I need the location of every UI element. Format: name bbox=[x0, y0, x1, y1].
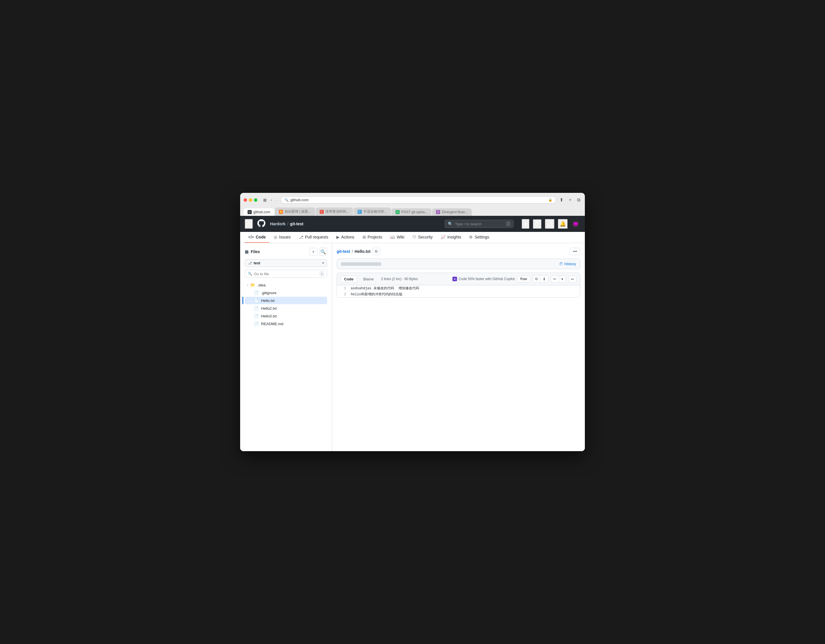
github-favicon: G bbox=[248, 210, 252, 214]
bell-btn[interactable]: 🔔 bbox=[558, 219, 568, 229]
copy-path-btn[interactable]: ⧉ bbox=[372, 248, 380, 255]
paixu-favicon: C bbox=[320, 210, 324, 214]
file-path-breadcrumb: git-test / Hello.txt ⧉ bbox=[337, 248, 380, 255]
code-meta: 2 lines (2 loc) · 90 Bytes bbox=[381, 277, 418, 281]
branch-name: test bbox=[253, 261, 321, 265]
timer-btn[interactable]: ⏱ bbox=[533, 219, 541, 229]
search-box[interactable]: 🔍 Type / to search / bbox=[445, 220, 514, 228]
search-files-btn[interactable]: 🔍 bbox=[319, 248, 327, 256]
search-kbd: / bbox=[506, 222, 510, 226]
more-options-btn[interactable]: ••• bbox=[570, 248, 580, 255]
address-text: github.com bbox=[290, 198, 547, 202]
address-bar[interactable]: 🔍 github.com 🔒 bbox=[281, 196, 556, 203]
nav-item-security[interactable]: 🛡 Security bbox=[409, 232, 436, 243]
toolbar-edit-group: ✏ ▾ bbox=[551, 276, 566, 283]
tab-post[interactable]: G POST git-uploa... bbox=[391, 208, 432, 216]
history-btn[interactable]: ⏱ History bbox=[559, 262, 576, 266]
tab-label-divergent: Divergent Bran... bbox=[442, 210, 468, 214]
code-toolbar: Code Blame 2 lines (2 loc) · 90 Bytes ✦ … bbox=[337, 273, 580, 285]
breadcrumb-separator: / bbox=[287, 222, 288, 226]
tab-github[interactable]: G github.com bbox=[244, 208, 274, 216]
nav-item-actions[interactable]: ▶ Actions bbox=[333, 232, 358, 243]
file-path-sep: / bbox=[352, 249, 353, 254]
nav-label-projects: Projects bbox=[368, 235, 382, 239]
file-name-hello3-txt: Hello3.txt bbox=[261, 314, 277, 318]
file-content-area: git-test / Hello.txt ⧉ ••• ⏱ History bbox=[332, 243, 585, 451]
nav-item-insights[interactable]: 📈 Insights bbox=[437, 232, 465, 243]
top-nav: ☰ Hardork / git-test 🔍 Type / to search … bbox=[240, 216, 585, 232]
copy-raw-btn[interactable]: ⧉ bbox=[533, 276, 540, 282]
file-item-gitignore[interactable]: 📄 .gitignore bbox=[245, 289, 327, 296]
pr-btn[interactable]: ⎇ bbox=[545, 219, 555, 229]
nav-label-wiki: Wiki bbox=[397, 235, 404, 239]
branch-selector[interactable]: ⎇ test ▾ bbox=[245, 259, 327, 267]
file-item-idea[interactable]: › 📁 .idea bbox=[245, 281, 327, 289]
hamburger-btn[interactable]: ☰ bbox=[245, 219, 253, 229]
history-label: History bbox=[564, 262, 576, 266]
edit-btn[interactable]: ✏ bbox=[551, 276, 559, 282]
sidebar-title-label: Files bbox=[251, 250, 260, 254]
new-tab-btn[interactable]: ＋ bbox=[567, 196, 574, 204]
breadcrumb-user-link[interactable]: Hardork bbox=[270, 222, 286, 226]
file-path-repo-link[interactable]: git-test bbox=[337, 249, 350, 254]
minimize-button[interactable] bbox=[249, 198, 252, 202]
plus-btn[interactable]: ⊕ bbox=[522, 219, 530, 229]
tab-divergent[interactable]: D Divergent Bran... bbox=[432, 208, 472, 216]
maximize-button[interactable] bbox=[254, 198, 257, 202]
raw-btn[interactable]: Raw bbox=[517, 276, 530, 282]
file-path-filename: Hello.txt bbox=[355, 249, 371, 254]
nav-label-actions: Actions bbox=[341, 235, 354, 239]
nav-item-issues[interactable]: ◎ Issues bbox=[270, 232, 294, 243]
nav-item-pull-requests[interactable]: ⎇ Pull requests bbox=[295, 232, 332, 243]
wiki-icon: 📖 bbox=[390, 235, 395, 239]
browser-chrome: ▦ ‹ › 🔍 github.com 🔒 ⬆ ＋ ⧉ G github.com … bbox=[240, 193, 585, 216]
copilot-badge: ✦ Code 55% faster with GitHub Copilot bbox=[453, 277, 515, 281]
folder-icon: 📁 bbox=[250, 283, 255, 287]
file-icon-hello2-txt: 📄 bbox=[254, 306, 259, 311]
file-icon-hello3-txt: 📄 bbox=[254, 314, 259, 318]
forward-btn[interactable]: › bbox=[275, 197, 278, 203]
avatar[interactable]: 😈 bbox=[571, 219, 580, 228]
tab-zhishi[interactable]: ⭐ 知识星球 | 深度... bbox=[275, 208, 315, 216]
goto-file-input[interactable] bbox=[254, 272, 318, 276]
goto-file-bar[interactable]: 🔍 t bbox=[245, 270, 327, 278]
github-logo[interactable] bbox=[257, 219, 266, 229]
goto-file-icon: 🔍 bbox=[248, 272, 252, 276]
nav-item-wiki[interactable]: 📖 Wiki bbox=[387, 232, 408, 243]
word-wrap-btn[interactable]: ⇔ bbox=[568, 276, 576, 283]
nav-item-settings[interactable]: ⚙ Settings bbox=[466, 232, 493, 243]
tab-label-budeshi: 不适合链式存... bbox=[363, 209, 387, 214]
code-tab-btn[interactable]: Code bbox=[340, 276, 357, 283]
blame-tab-btn[interactable]: Blame bbox=[360, 276, 378, 283]
nav-actions: ⊕ ⏱ ⎇ 🔔 😈 bbox=[522, 219, 580, 229]
download-btn[interactable]: ⬇ bbox=[540, 276, 548, 282]
back-btn[interactable]: ‹ bbox=[269, 197, 273, 203]
zhishi-favicon: ⭐ bbox=[279, 210, 283, 214]
new-file-btn[interactable]: ＋ bbox=[309, 248, 317, 256]
file-item-hello3-txt[interactable]: 📄 Hello3.txt bbox=[245, 312, 327, 320]
file-icon-hello-txt: 📄 bbox=[254, 298, 259, 303]
file-item-readme[interactable]: 📄 README.md bbox=[245, 320, 327, 327]
share-btn[interactable]: ⬆ bbox=[558, 196, 564, 204]
nav-item-code[interactable]: </> Code bbox=[245, 232, 269, 243]
toolbar-icon-group: ⧉ ⬇ bbox=[533, 275, 548, 283]
tab-paixu[interactable]: C 排序算法时间... bbox=[316, 208, 353, 216]
commit-banner: ⏱ History bbox=[337, 259, 580, 269]
tab-budeshi[interactable]: G 不适合链式存... bbox=[354, 208, 391, 216]
edit-more-btn[interactable]: ▾ bbox=[559, 276, 565, 282]
file-item-hello-txt[interactable]: 📄 Hello.txt bbox=[245, 297, 327, 304]
line-content-1: asdsahdjas 未修改的代码 增加修改代码 bbox=[351, 286, 580, 291]
file-icon-gitignore: 📄 bbox=[254, 290, 259, 295]
copilot-text: Code 55% faster with GitHub Copilot bbox=[459, 277, 515, 281]
line-number-1: 1 bbox=[337, 287, 351, 290]
nav-item-projects[interactable]: ⊞ Projects bbox=[359, 232, 386, 243]
issues-icon: ◎ bbox=[274, 235, 277, 239]
sidebar-title: ▦ Files bbox=[245, 250, 260, 254]
branch-icon: ⎇ bbox=[248, 261, 252, 265]
sidebar-toggle-btn[interactable]: ▦ bbox=[262, 197, 268, 203]
nav-label-security: Security bbox=[418, 235, 433, 239]
file-item-hello2-txt[interactable]: 📄 Hello2.txt bbox=[245, 305, 327, 312]
close-button[interactable] bbox=[244, 198, 247, 202]
windows-btn[interactable]: ⧉ bbox=[576, 196, 581, 204]
browser-actions: ⬆ ＋ ⧉ bbox=[558, 196, 581, 204]
